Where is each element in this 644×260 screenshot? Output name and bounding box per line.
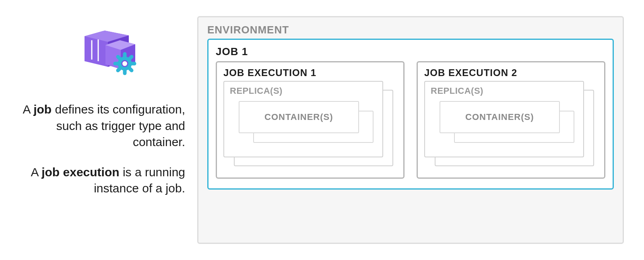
replica-stack: REPLICA(S) CONTAINER(S) — [223, 81, 397, 169]
left-column: A job defines its configuration, such as… — [20, 16, 197, 244]
container-box-front: CONTAINER(S) — [239, 101, 359, 133]
job-executions-row: JOB EXECUTION 1 REPLICA(S) CONTAINER(S) — [216, 61, 605, 179]
job-box: JOB 1 JOB EXECUTION 1 REPLICA(S) CONTAIN… — [207, 39, 614, 190]
replica-box-front: REPLICA(S) CONTAINER(S) — [424, 81, 584, 157]
environment-label: ENVIRONMENT — [207, 24, 614, 36]
replica-label: REPLICA(S) — [431, 86, 578, 96]
job-execution-label: JOB EXECUTION 2 — [424, 67, 598, 78]
svg-line-14 — [129, 68, 132, 70]
job-execution-definition-text: A job execution is a running instance of… — [20, 164, 185, 197]
container-label: CONTAINER(S) — [264, 112, 333, 122]
job-label: JOB 1 — [216, 45, 605, 58]
container-stack: CONTAINER(S) — [431, 99, 578, 147]
replica-stack: REPLICA(S) CONTAINER(S) — [424, 81, 598, 169]
diagram-area: ENVIRONMENT JOB 1 JOB EXECUTION 1 REPLIC… — [197, 16, 624, 244]
job-execution-label: JOB EXECUTION 1 — [223, 67, 397, 78]
svg-line-13 — [118, 57, 120, 59]
container-apps-job-icon — [80, 28, 137, 77]
container-box-front: CONTAINER(S) — [440, 101, 560, 133]
replica-label: REPLICA(S) — [230, 86, 377, 96]
svg-line-15 — [118, 68, 120, 70]
job-definition-text: A job defines its configuration, such as… — [20, 101, 185, 151]
job-execution-1-box: JOB EXECUTION 1 REPLICA(S) CONTAINER(S) — [216, 61, 405, 179]
svg-line-16 — [129, 57, 132, 59]
container-stack: CONTAINER(S) — [230, 99, 377, 147]
svg-point-17 — [122, 61, 127, 66]
environment-box: ENVIRONMENT JOB 1 JOB EXECUTION 1 REPLIC… — [197, 16, 624, 244]
replica-box-front: REPLICA(S) CONTAINER(S) — [223, 81, 383, 157]
job-execution-2-box: JOB EXECUTION 2 REPLICA(S) CONTAINER(S) — [417, 61, 605, 179]
container-label: CONTAINER(S) — [465, 112, 534, 122]
